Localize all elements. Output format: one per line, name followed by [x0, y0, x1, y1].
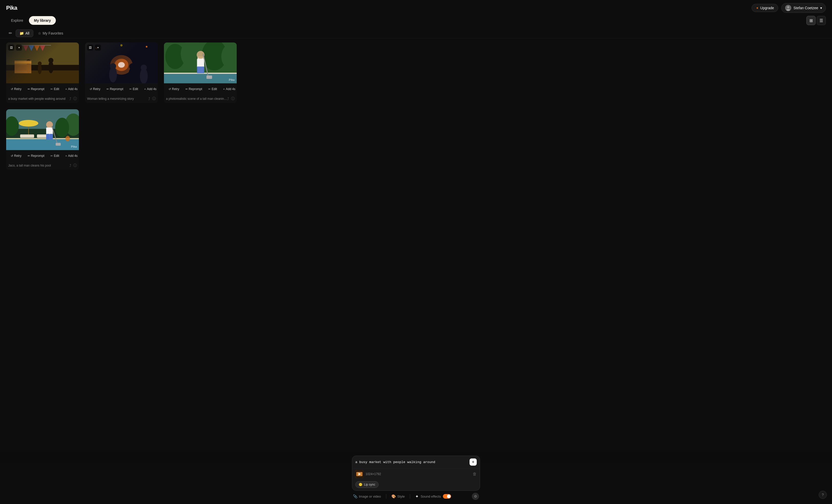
svg-rect-61: [49, 134, 53, 139]
desc-actions: ⤴ ⓘ: [227, 96, 235, 101]
info-icon[interactable]: ⓘ: [73, 163, 77, 168]
desc-actions: ⤴ ⓘ: [70, 96, 77, 101]
table-row: Pika ↺ Retry ✏ Reprompt ✂ Edit + Add 4s: [6, 109, 79, 170]
star-icon: ☆: [38, 31, 41, 35]
info-icon[interactable]: ⓘ: [73, 96, 77, 101]
video-thumbnail[interactable]: 🖼 ✦: [85, 43, 158, 83]
pika-watermark: Pika: [229, 78, 235, 81]
svg-point-53: [19, 120, 38, 127]
retry-button[interactable]: ↺ Retry: [8, 86, 24, 92]
add4s-icon: +: [144, 87, 146, 90]
avatar: [785, 5, 791, 11]
svg-point-51: [55, 118, 69, 137]
style-button[interactable]: 🎨 Style: [391, 494, 405, 498]
svg-point-1: [787, 6, 789, 8]
reprompt-button[interactable]: ✏ Reprompt: [104, 86, 126, 92]
sparkle-icon: ✦: [95, 45, 101, 51]
media-item-left: 1024×1792: [355, 470, 381, 478]
grid-view-button[interactable]: ⊞: [806, 16, 815, 25]
svg-rect-46: [206, 76, 212, 79]
add4s-icon: +: [65, 154, 67, 157]
image-icon: 🖼: [8, 45, 14, 51]
sound-effects-icon: ✦: [415, 494, 419, 499]
header: Pika ✦ Upgrade Stefan Coetzee ▾: [0, 0, 832, 16]
settings-button[interactable]: ⚙: [472, 493, 479, 500]
upgrade-star-icon: ✦: [756, 6, 759, 10]
add-button[interactable]: +: [470, 458, 477, 466]
prompt-row: +: [352, 456, 480, 468]
user-menu-button[interactable]: Stefan Coetzee ▾: [781, 3, 826, 13]
image-or-video-button[interactable]: 📎 Image or video: [353, 494, 381, 498]
table-row: Pika ↺ Retry ✏ Reprompt ✂ Edit + Add 4s: [164, 43, 237, 103]
share-icon[interactable]: ⤴: [227, 97, 229, 101]
tab-explore[interactable]: Explore: [6, 16, 28, 25]
info-icon[interactable]: ⓘ: [152, 96, 156, 101]
nav-tabs: Explore My library ⊞ ☰: [0, 16, 832, 25]
toolbar-divider: [386, 494, 386, 499]
add4s-icon: +: [65, 87, 67, 90]
video-thumbnail[interactable]: Pika: [6, 109, 79, 150]
edit-button[interactable]: ✂ Edit: [48, 153, 62, 159]
header-right: ✦ Upgrade Stefan Coetzee ▾: [752, 3, 826, 13]
reprompt-icon: ✏: [28, 87, 30, 91]
desc-actions: ⤴ ⓘ: [70, 163, 77, 168]
video-thumbnail[interactable]: 🖼 ✦: [6, 43, 79, 83]
desc-text: Jaco, a tall man cleans his pool: [8, 164, 70, 167]
chevron-down-icon: ▾: [820, 6, 822, 10]
edit-button[interactable]: ✂ Edit: [127, 86, 140, 92]
add4s-button[interactable]: + Add 4s: [142, 86, 158, 92]
video-thumbnail[interactable]: Pika: [164, 43, 237, 83]
list-view-button[interactable]: ☰: [816, 16, 826, 25]
paperclip-icon: 📎: [353, 494, 357, 498]
share-icon[interactable]: ⤴: [70, 97, 71, 101]
edit-button[interactable]: ✂ Edit: [48, 86, 62, 92]
share-icon[interactable]: ⤴: [70, 164, 71, 168]
info-icon[interactable]: ⓘ: [231, 96, 235, 101]
edit-button[interactable]: ✂ Edit: [206, 86, 219, 92]
delete-media-button[interactable]: 🗑: [473, 472, 477, 476]
bottom-bar: + 1024×1792 🗑 😶 Lip sync: [0, 453, 832, 504]
sparkle-icon: ✦: [16, 45, 22, 51]
library-favorites-item[interactable]: ☆ My Favorites: [34, 30, 67, 37]
help-button[interactable]: ?: [819, 491, 827, 499]
retry-button[interactable]: ↺ Retry: [8, 153, 24, 159]
list-icon: ☰: [820, 18, 823, 23]
svg-rect-60: [46, 134, 49, 139]
add4s-button[interactable]: + Add 4s: [220, 86, 237, 92]
app-logo: Pika: [6, 5, 17, 11]
add4s-button[interactable]: + Add 4s: [63, 86, 79, 92]
video-description: a busy market with people walking around…: [6, 95, 79, 103]
retry-icon: ↺: [168, 87, 171, 91]
retry-button[interactable]: ↺ Retry: [87, 86, 103, 92]
svg-point-2: [786, 9, 790, 11]
media-thumbnail: [355, 470, 363, 478]
edit-icon: ✂: [50, 87, 53, 91]
video-description: a photorealistic scene of a tall man cle…: [164, 95, 237, 103]
reprompt-button[interactable]: ✏ Reprompt: [25, 86, 47, 92]
share-icon[interactable]: ⤴: [148, 97, 150, 101]
toolbar-right: ⚙: [472, 493, 479, 500]
reprompt-button[interactable]: ✏ Reprompt: [25, 153, 47, 159]
video-actions: ↺ Retry ✏ Reprompt ✂ Edit + Add 4s ⋯: [164, 83, 237, 95]
bottom-toolbar: 📎 Image or video 🎨 Style ✦ Sound effects…: [352, 493, 480, 500]
add4s-button[interactable]: + Add 4s: [63, 153, 79, 159]
retry-button[interactable]: ↺ Retry: [166, 86, 182, 92]
grid-icon: ⊞: [809, 18, 813, 23]
tab-my-library[interactable]: My library: [29, 16, 56, 25]
svg-rect-44: [197, 66, 204, 73]
folder-icon: 📁: [20, 31, 24, 35]
lip-sync-button[interactable]: 😶 Lip sync: [355, 481, 379, 488]
media-item-row: 1024×1792 🗑: [352, 468, 480, 480]
prompt-input[interactable]: [355, 460, 470, 464]
desc-text: a busy market with people walking around: [8, 97, 70, 101]
library-all-item[interactable]: 📁 All: [16, 29, 33, 37]
upgrade-button[interactable]: ✦ Upgrade: [752, 4, 778, 12]
svg-rect-39: [164, 73, 237, 83]
pika-watermark: Pika: [71, 145, 77, 148]
lip-sync-row: 😶 Lip sync: [352, 480, 480, 491]
edit-icon[interactable]: ✏: [6, 29, 15, 37]
sound-effects-toggle[interactable]: [443, 494, 451, 499]
video-grid: 🖼 ✦ ↺ Retry ✏ Reprompt ✂ Edit +: [6, 43, 237, 170]
reprompt-button[interactable]: ✏ Reprompt: [183, 86, 205, 92]
upgrade-label: Upgrade: [760, 6, 774, 10]
